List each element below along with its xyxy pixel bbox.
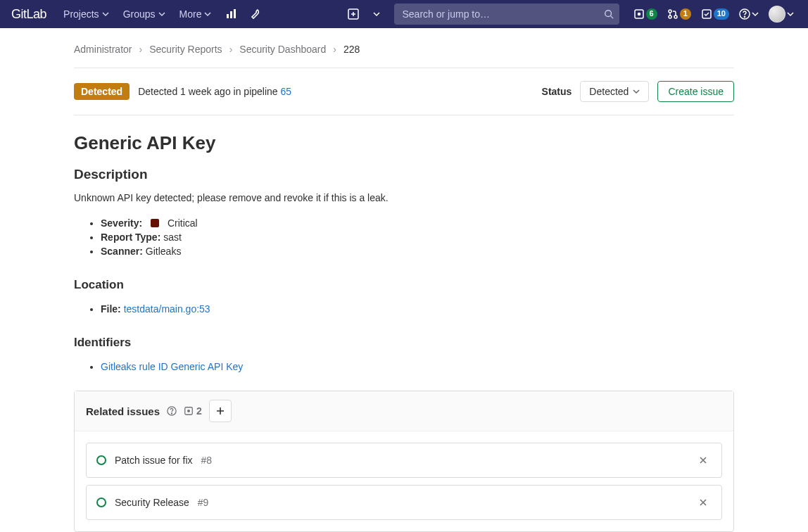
location-file: File: testdata/main.go:53 [101,302,734,316]
chevron-down-icon [158,11,165,18]
avatar [769,6,785,23]
status-right: Status Detected Create issue [542,81,734,102]
crumb-security-dashboard[interactable]: Security Dashboard [239,44,326,55]
related-issue-item[interactable]: Patch issue for fix #8 [86,443,722,478]
wrench-icon [251,8,262,20]
related-issue-item[interactable]: Security Release #9 [86,485,722,520]
chevron-down-icon [633,88,640,95]
remove-related-issue-button[interactable] [695,452,712,469]
chevron-down-icon [102,11,109,18]
related-issues-header: Related issues 2 [75,391,733,431]
page: Administrator Security Reports Security … [63,28,745,532]
related-issue-title: Patch issue for fix [115,455,193,466]
chevron-down-icon [373,11,380,18]
related-issues-body: Patch issue for fix #8 Security Release … [75,431,733,531]
merge-request-icon [667,8,678,20]
svg-point-8 [669,15,671,18]
nav-admin[interactable] [245,3,267,25]
help-icon [739,8,750,20]
related-issue-ref: #8 [201,455,213,466]
svg-point-14 [172,413,172,414]
issue-icon [184,406,194,416]
svg-rect-1 [230,11,232,18]
identifier-link[interactable]: Gitleaks rule ID Generic API Key [101,361,243,372]
issue-open-icon [96,498,106,507]
meta-value: Gitleaks [146,246,182,257]
status-chip: Detected [74,83,130,100]
related-issues-count: 2 [184,405,202,417]
svg-point-16 [188,410,190,412]
meta-key: File: [101,303,121,315]
breadcrumb-sep [333,44,336,55]
add-related-issue-button[interactable] [209,400,232,422]
brand-logo[interactable]: GitLab [6,7,52,22]
search-input[interactable] [394,4,619,25]
meta-severity: Severity: Critical [101,216,734,230]
issue-icon [633,8,645,20]
nav-mr-counter[interactable]: 1 [664,6,694,23]
top-nav: GitLab Projects Groups More [0,0,808,28]
chevron-down-icon [752,11,759,18]
plus-icon [215,406,225,416]
location-list: File: testdata/main.go:53 [74,302,734,316]
nav-user-menu[interactable] [766,3,797,25]
meta-value: Critical [168,217,198,229]
chevron-down-icon [787,11,794,18]
close-icon [699,498,707,507]
nav-mr-badge: 1 [680,8,691,19]
nav-right: 6 1 10 [631,3,797,25]
description-heading: Description [74,167,734,182]
status-text: Detected 1 week ago in pipeline 65 [138,86,291,97]
pipeline-link[interactable]: 65 [281,86,292,97]
nav-todos-badge: 10 [714,8,729,19]
create-issue-button[interactable]: Create issue [657,81,734,102]
svg-point-7 [669,10,671,13]
meta-value: sast [163,232,182,243]
meta-key: Report Type: [101,232,160,243]
breadcrumb: Administrator Security Reports Security … [74,37,734,65]
location-heading: Location [74,278,734,292]
status-prefix: Detected 1 week ago in pipeline [138,86,280,97]
status-dropdown[interactable]: Detected [580,81,649,102]
description-text: Unknown API key detected; please remove … [74,192,734,203]
divider [74,68,734,68]
meta-report-type: Report Type: sast [101,230,734,244]
close-icon [699,456,707,464]
nav-groups[interactable]: Groups [118,4,171,24]
chart-icon [225,8,236,20]
nav-todos-counter[interactable]: 10 [698,6,732,23]
meta-key: Scanner: [101,246,143,257]
related-issue-title: Security Release [115,497,189,508]
divider [74,115,734,115]
chevron-down-icon [204,11,211,18]
meta-scanner: Scanner: Gitleaks [101,244,734,258]
nav-projects-label: Projects [63,8,99,20]
file-link[interactable]: testdata/main.go:53 [124,303,210,315]
plus-square-icon [348,8,359,20]
nav-issues-counter[interactable]: 6 [631,6,660,23]
nav-issues-badge: 6 [646,8,657,19]
help-icon[interactable] [167,406,177,416]
nav-new-dropdown[interactable] [370,3,383,25]
nav-projects[interactable]: Projects [58,4,115,24]
nav-analytics[interactable] [220,3,242,25]
issue-open-icon [96,455,106,465]
nav-more[interactable]: More [174,4,217,24]
nav-help[interactable] [736,6,762,23]
svg-point-12 [744,16,745,17]
related-issues-card: Related issues 2 Patch issue for fix #8 [74,391,734,532]
nav-more-label: More [179,8,202,20]
crumb-security-reports[interactable]: Security Reports [149,44,222,55]
meta-list: Severity: Critical Report Type: sast Sca… [74,216,734,258]
svg-point-9 [674,15,677,18]
page-title: Generic API Key [74,132,734,154]
crumb-admin[interactable]: Administrator [74,44,132,55]
status-label: Status [542,86,572,97]
nav-new[interactable] [342,3,365,25]
breadcrumb-sep [139,44,142,55]
search-wrap [394,4,619,25]
remove-related-issue-button[interactable] [695,494,712,511]
nav-groups-label: Groups [123,8,156,20]
related-issues-count-value: 2 [196,405,202,417]
svg-point-6 [638,13,640,15]
